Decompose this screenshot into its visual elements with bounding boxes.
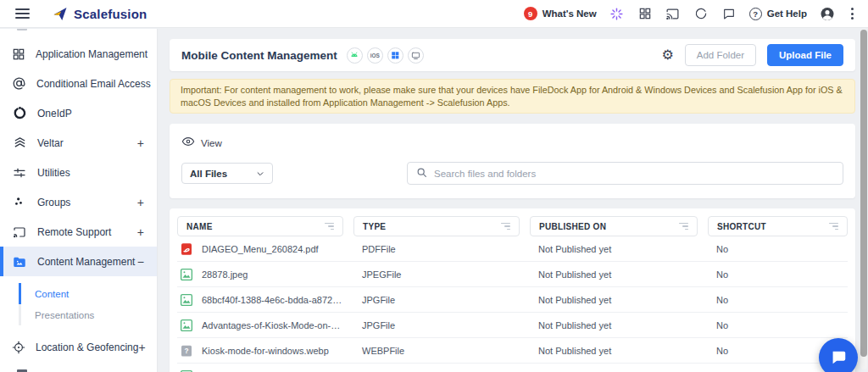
image-file-icon — [179, 292, 194, 308]
windows-platform-icon — [387, 47, 403, 64]
chat-widget-button[interactable] — [819, 338, 858, 372]
dots-triangle-icon — [12, 196, 27, 208]
sidebar-item-location-geofencing[interactable]: Location & Geofencing + — [0, 332, 157, 362]
apps-grid-icon[interactable] — [637, 6, 653, 21]
page-title: Mobile Content Management — [181, 49, 337, 62]
sort-icon[interactable] — [679, 223, 688, 230]
table-row[interactable]: 28878.jpeg JPEGFile Not Published yet No — [177, 262, 848, 287]
brand-name: Scalefusion — [74, 7, 147, 21]
sidebar-item-application-management[interactable]: Application Management — [0, 39, 157, 69]
image-file-icon — [179, 369, 194, 372]
at-icon — [12, 76, 26, 91]
android-platform-icon — [347, 47, 363, 64]
ios-platform-icon: iOS — [367, 47, 383, 64]
column-header-published-on[interactable]: PUBLISHED ON — [530, 216, 698, 236]
sidebar: Application Management Conditional Email… — [0, 29, 158, 372]
sidebar-item-groups[interactable]: Groups + — [0, 187, 157, 217]
platform-badges: iOS — [347, 47, 424, 64]
sidebar-item-content-management[interactable]: Content Management − — [0, 247, 157, 276]
sync-icon[interactable] — [693, 6, 709, 21]
table-header-row: NAME TYPE PUBLISHED ON SHORTCUT — [177, 216, 848, 236]
chevron-down-icon — [256, 166, 264, 181]
sidebar-subitem-presentations[interactable]: Presentations — [19, 304, 157, 325]
image-file-icon — [179, 267, 194, 282]
unknown-file-icon: ? — [179, 343, 194, 358]
filter-selected-value: All Files — [190, 169, 227, 179]
expand-plus-icon[interactable]: + — [137, 196, 144, 209]
sort-icon[interactable] — [325, 223, 334, 230]
files-table: NAME TYPE PUBLISHED ON SHORTCUT DIAGEO_M… — [170, 208, 855, 372]
table-row[interactable]: Advantages-of-Kiosk-Mode-on-Windows-D...… — [177, 313, 848, 338]
app-grid-icon — [12, 47, 25, 61]
hamburger-menu-icon[interactable] — [15, 6, 30, 21]
view-toggle[interactable]: View — [181, 135, 843, 152]
vertical-scrollbar[interactable] — [860, 29, 867, 369]
scalefusion-logo-icon — [53, 6, 68, 21]
file-browser-panel: View All Files — [170, 124, 855, 198]
sidebar-item-remote-support[interactable]: Remote Support + — [0, 217, 157, 247]
column-header-type[interactable]: TYPE — [353, 216, 520, 236]
sidebar-item-conditional-email-access[interactable]: Conditional Email Access — [0, 69, 157, 98]
sidebar-item-utilities[interactable]: Utilities — [0, 158, 157, 187]
veltar-chevrons-icon — [12, 136, 27, 150]
content-management-subnav: Content Presentations — [19, 283, 157, 325]
filter-row: All Files — [181, 162, 843, 185]
column-header-name[interactable]: NAME — [177, 216, 343, 236]
cast-icon[interactable] — [665, 6, 681, 21]
sidebar-item-oneidp[interactable]: OneIdP — [0, 98, 157, 128]
table-row[interactable]: 68bcf40f-1388-4e6c-bdda-a872a269d1ec.jpg… — [177, 287, 848, 313]
tv-platform-icon — [408, 47, 424, 64]
feedback-chat-icon[interactable] — [721, 6, 737, 21]
sort-icon[interactable] — [501, 223, 510, 230]
upload-file-button[interactable]: Upload File — [767, 44, 843, 66]
chat-bubble-icon — [829, 348, 848, 367]
image-file-icon — [179, 318, 194, 333]
page-header: Mobile Content Management iOS ⚙ Add Fold… — [170, 39, 855, 71]
column-header-shortcut[interactable]: SHORTCUT — [708, 216, 848, 236]
cast-icon — [12, 225, 27, 239]
sliders-icon — [12, 166, 27, 180]
help-question-icon: ? — [749, 8, 762, 20]
expand-plus-icon[interactable]: + — [137, 225, 144, 239]
eye-icon — [181, 135, 195, 152]
more-options-kebab-icon[interactable] — [848, 6, 857, 21]
expand-plus-icon[interactable]: + — [137, 136, 144, 150]
table-row[interactable]: DIAGEO_Menu_260824.pdf PDFFile Not Publi… — [177, 236, 848, 262]
top-bar: Scalefusion 9 What's New — [0, 0, 868, 28]
get-help-button[interactable]: ? Get Help — [749, 8, 807, 20]
sidebar-item-veltar[interactable]: Veltar + — [0, 128, 157, 158]
view-label: View — [201, 138, 222, 148]
important-notice-banner: Important: For content management to wor… — [170, 79, 855, 114]
collapse-minus-icon[interactable]: − — [137, 255, 144, 269]
main-content: Mobile Content Management iOS ⚙ Add Fold… — [159, 29, 868, 372]
scrollbar-thumb[interactable] — [860, 30, 867, 357]
whats-new-badge: 9 — [524, 7, 537, 20]
file-type-filter-select[interactable]: All Files — [181, 163, 273, 184]
oneidp-icon — [12, 106, 27, 120]
search-box[interactable] — [407, 162, 843, 185]
search-icon — [416, 166, 427, 181]
topbar-actions: 9 What's New — [524, 6, 857, 21]
header-actions: ⚙ Add Folder Upload File — [661, 44, 843, 66]
svg-text:?: ? — [184, 347, 188, 355]
expand-plus-icon[interactable]: + — [138, 341, 145, 354]
add-folder-button[interactable]: Add Folder — [685, 44, 756, 66]
clipped-sidebar-item — [17, 29, 27, 31]
whats-new-button[interactable]: 9 What's New — [524, 7, 597, 20]
table-row[interactable]: translated.jpg JPGFile Not Published yet… — [177, 364, 848, 372]
table-row[interactable]: ?Kiosk-mode-for-windows.webp WEBPFile No… — [177, 338, 848, 364]
sparkle-ai-icon[interactable] — [609, 6, 625, 21]
search-input[interactable] — [434, 169, 834, 179]
folder-image-icon — [12, 254, 27, 269]
target-icon — [12, 341, 25, 354]
user-avatar[interactable] — [820, 6, 835, 21]
sort-icon[interactable] — [829, 223, 838, 230]
pdf-file-icon — [179, 242, 194, 257]
settings-gear-icon[interactable]: ⚙ — [661, 48, 673, 62]
sidebar-subitem-content[interactable]: Content — [19, 283, 157, 304]
brand-logo[interactable]: Scalefusion — [53, 6, 147, 21]
